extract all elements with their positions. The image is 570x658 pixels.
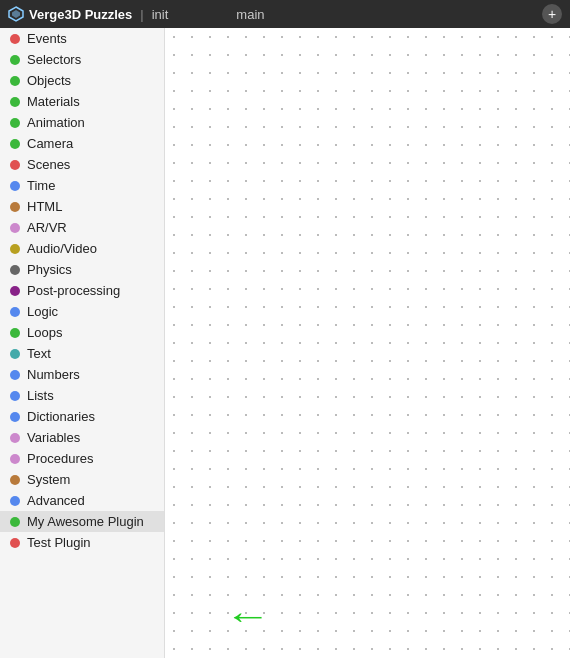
sidebar-item-label: Numbers (27, 367, 80, 382)
sidebar-item-label: Physics (27, 262, 72, 277)
sidebar-item-label: Post-processing (27, 283, 120, 298)
dot-icon (10, 34, 20, 44)
app-logo: Verge3D Puzzles (8, 6, 132, 22)
main-layout: EventsSelectorsObjectsMaterialsAnimation… (0, 28, 570, 658)
sidebar-item-selectors[interactable]: Selectors (0, 49, 164, 70)
sidebar-item-camera[interactable]: Camera (0, 133, 164, 154)
logo-icon (8, 6, 24, 22)
dot-icon (10, 412, 20, 422)
canvas-area[interactable]: ← (165, 28, 570, 658)
add-tab-button[interactable]: + (542, 4, 562, 24)
sidebar-item-post-processing[interactable]: Post-processing (0, 280, 164, 301)
dot-icon (10, 370, 20, 380)
dot-icon (10, 433, 20, 443)
sidebar-item-label: Test Plugin (27, 535, 91, 550)
sidebar-item-time[interactable]: Time (0, 175, 164, 196)
dot-icon (10, 328, 20, 338)
sidebar-item-label: Materials (27, 94, 80, 109)
dot-icon (10, 391, 20, 401)
sidebar-item-label: Camera (27, 136, 73, 151)
arrow-indicator: ← (225, 598, 272, 634)
sidebar-item-label: AR/VR (27, 220, 67, 235)
sidebar-item-physics[interactable]: Physics (0, 259, 164, 280)
dot-icon (10, 349, 20, 359)
dot-icon (10, 307, 20, 317)
sidebar-item-label: Audio/Video (27, 241, 97, 256)
sidebar-item-system[interactable]: System (0, 469, 164, 490)
sidebar-item-text[interactable]: Text (0, 343, 164, 364)
dot-icon (10, 286, 20, 296)
dot-icon (10, 160, 20, 170)
dot-icon (10, 244, 20, 254)
sidebar-item-label: Scenes (27, 157, 70, 172)
dot-icon (10, 181, 20, 191)
sidebar-item-my-awesome-plugin[interactable]: My Awesome Plugin (0, 511, 164, 532)
sidebar-item-logic[interactable]: Logic (0, 301, 164, 322)
sidebar-item-animation[interactable]: Animation (0, 112, 164, 133)
sidebar-item-scenes[interactable]: Scenes (0, 154, 164, 175)
sidebar-item-html[interactable]: HTML (0, 196, 164, 217)
dot-icon (10, 139, 20, 149)
sidebar-item-lists[interactable]: Lists (0, 385, 164, 406)
sidebar-item-label: Text (27, 346, 51, 361)
sidebar-item-materials[interactable]: Materials (0, 91, 164, 112)
sidebar-item-label: Lists (27, 388, 54, 403)
sidebar-item-label: My Awesome Plugin (27, 514, 144, 529)
dot-icon (10, 118, 20, 128)
dot-icon (10, 97, 20, 107)
dot-icon (10, 475, 20, 485)
sidebar-item-procedures[interactable]: Procedures (0, 448, 164, 469)
sidebar-item-label: System (27, 472, 70, 487)
sidebar-item-test-plugin[interactable]: Test Plugin (0, 532, 164, 553)
sidebar-item-loops[interactable]: Loops (0, 322, 164, 343)
sidebar: EventsSelectorsObjectsMaterialsAnimation… (0, 28, 165, 658)
dot-icon (10, 538, 20, 548)
sidebar-item-label: Dictionaries (27, 409, 95, 424)
dot-icon (10, 55, 20, 65)
sidebar-item-label: Objects (27, 73, 71, 88)
dot-icon (10, 454, 20, 464)
sidebar-item-label: Events (27, 31, 67, 46)
sidebar-item-variables[interactable]: Variables (0, 427, 164, 448)
sidebar-item-label: Time (27, 178, 55, 193)
dot-icon (10, 202, 20, 212)
sidebar-item-ar-vr[interactable]: AR/VR (0, 217, 164, 238)
header-divider: | (140, 7, 143, 22)
dot-icon (10, 76, 20, 86)
sidebar-item-label: HTML (27, 199, 62, 214)
tab-main[interactable]: main (236, 7, 264, 22)
sidebar-item-audio-video[interactable]: Audio/Video (0, 238, 164, 259)
sidebar-item-label: Logic (27, 304, 58, 319)
sidebar-item-dictionaries[interactable]: Dictionaries (0, 406, 164, 427)
sidebar-item-label: Selectors (27, 52, 81, 67)
dot-icon (10, 496, 20, 506)
dot-icon (10, 265, 20, 275)
dot-icon (10, 223, 20, 233)
sidebar-item-advanced[interactable]: Advanced (0, 490, 164, 511)
app-header: Verge3D Puzzles | init main + (0, 0, 570, 28)
sidebar-item-label: Advanced (27, 493, 85, 508)
logo-text: Verge3D Puzzles (29, 7, 132, 22)
sidebar-item-label: Variables (27, 430, 80, 445)
sidebar-item-label: Animation (27, 115, 85, 130)
sidebar-item-numbers[interactable]: Numbers (0, 364, 164, 385)
sidebar-item-objects[interactable]: Objects (0, 70, 164, 91)
sidebar-item-events[interactable]: Events (0, 28, 164, 49)
sidebar-item-label: Loops (27, 325, 62, 340)
svg-marker-1 (12, 10, 20, 18)
sidebar-item-label: Procedures (27, 451, 93, 466)
tab-init[interactable]: init (152, 7, 169, 22)
dot-icon (10, 517, 20, 527)
